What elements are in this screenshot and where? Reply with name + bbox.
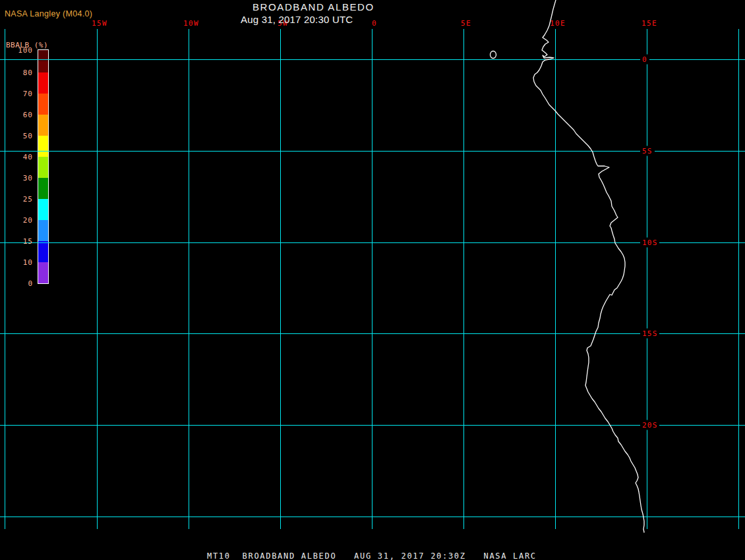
datetime-label: Aug 31, 2017 20:30 UTC xyxy=(241,14,353,25)
island-outline xyxy=(491,51,496,59)
colorbar-tick-60: 60 xyxy=(0,111,33,119)
lat-label-5s: 5S xyxy=(640,146,655,156)
colorbar-tick-40: 40 xyxy=(0,153,33,161)
lon-label-10w: 10W xyxy=(183,19,199,28)
credit-text: NASA Langley (M04.0) xyxy=(5,9,92,18)
colorbar-tick-30: 30 xyxy=(0,174,33,182)
lat-label-20s: 20S xyxy=(640,420,659,430)
colorbar-tick-100: 100 xyxy=(0,46,33,55)
lat-label-15s: 15S xyxy=(640,329,659,339)
coastline-svg xyxy=(0,0,745,560)
page-title: BROADBAND ALBEDO xyxy=(253,1,374,13)
footer-caption: MT10 BROADBAND ALBEDO AUG 31, 2017 20:30… xyxy=(207,551,537,560)
lon-label-15e: 15E xyxy=(641,19,657,28)
lon-label-0: 0 xyxy=(372,19,377,28)
colorbar-tick-10: 10 xyxy=(0,258,33,267)
coastline-path xyxy=(533,0,644,532)
colorbar-tick-15: 15 xyxy=(0,237,33,246)
colorbar-tick-80: 80 xyxy=(0,69,33,77)
lat-label-0: 0 xyxy=(640,55,649,65)
colorbar-tick-0: 0 xyxy=(0,279,33,288)
lon-label-10e: 10E xyxy=(550,19,566,28)
colorbar-tick-25: 25 xyxy=(0,195,33,204)
colorbar-tick-70: 70 xyxy=(0,90,33,98)
colorbar-tick-50: 50 xyxy=(0,132,33,140)
lat-label-10s: 10S xyxy=(640,238,659,248)
lon-label-15w: 15W xyxy=(92,19,107,28)
colorbar-tick-20: 20 xyxy=(0,216,33,225)
albedo-map-product: NASA Langley (M04.0) BROADBAND ALBEDO Au… xyxy=(0,0,745,560)
lon-label-5e: 5E xyxy=(461,19,471,28)
